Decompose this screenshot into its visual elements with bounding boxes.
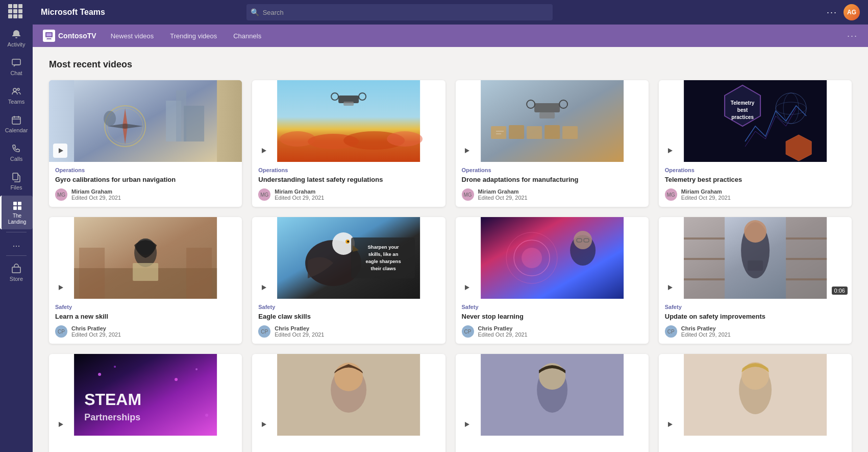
svg-rect-31 bbox=[527, 126, 542, 139]
more-options-button[interactable]: ··· bbox=[827, 7, 837, 18]
author-avatar: CP bbox=[55, 325, 67, 338]
sidebar-item-files[interactable]: Files bbox=[0, 167, 33, 195]
svg-text:STEAM: STEAM bbox=[84, 390, 141, 409]
video-card-gyro[interactable]: Operations Gyro calibrations for urban n… bbox=[49, 80, 242, 207]
video-card-new-skill[interactable]: Safety Learn a new skill CP Chris Pratle… bbox=[49, 217, 242, 344]
svg-rect-51 bbox=[79, 248, 105, 299]
play-button-eagle-claw[interactable] bbox=[256, 280, 270, 295]
chat-icon bbox=[10, 57, 22, 69]
play-button-safety-regs[interactable] bbox=[256, 144, 270, 158]
video-card-person1[interactable] bbox=[252, 354, 445, 452]
play-button-drone-mfg[interactable] bbox=[460, 144, 474, 158]
video-category: Safety bbox=[55, 304, 236, 310]
svg-rect-80 bbox=[786, 237, 827, 240]
sidebar-item-teams[interactable]: Teams bbox=[0, 81, 33, 109]
svg-rect-3 bbox=[12, 117, 20, 124]
sidebar-item-calls[interactable]: Calls bbox=[0, 138, 33, 166]
video-info-telemetry: Operations Telemetry best practices MG M… bbox=[659, 162, 852, 207]
svg-rect-77 bbox=[684, 237, 725, 240]
calls-icon bbox=[10, 142, 22, 155]
video-card-steam[interactable]: STEAM Partnerships bbox=[49, 354, 242, 452]
author-name: Miriam Graham bbox=[478, 188, 528, 195]
svg-rect-28 bbox=[481, 80, 624, 162]
author-name: Chris Pratley bbox=[478, 325, 528, 331]
svg-rect-29 bbox=[491, 126, 506, 139]
edited-date: Edited Oct 29, 2021 bbox=[478, 331, 528, 338]
author-info: Miriam Graham Edited Oct 29, 2021 bbox=[478, 188, 528, 201]
search-input[interactable] bbox=[246, 4, 553, 20]
play-button-gyro[interactable] bbox=[53, 144, 67, 158]
sidebar-divider bbox=[6, 232, 27, 232]
play-button-person3[interactable] bbox=[663, 417, 677, 432]
play-button-person1[interactable] bbox=[256, 417, 270, 432]
svg-point-89 bbox=[175, 378, 178, 381]
video-card-person3[interactable] bbox=[659, 354, 852, 452]
video-card-never-stop[interactable]: Safety Never stop learning CP Chris Prat… bbox=[456, 217, 649, 344]
sidebar-item-store[interactable]: Store bbox=[0, 258, 33, 286]
svg-text:their claws: their claws bbox=[371, 266, 396, 271]
author-avatar: MG bbox=[665, 188, 677, 201]
author-name: Miriam Graham bbox=[275, 188, 324, 195]
video-card-person2[interactable] bbox=[456, 354, 649, 452]
sidebar-item-label: Store bbox=[10, 276, 23, 282]
sidebar-item-chat[interactable]: Chat bbox=[0, 53, 33, 80]
video-thumbnail-telemetry: Telemetry best practices bbox=[659, 80, 852, 162]
video-card-safety-improvements[interactable]: 0:06 Safety Update on safety improvement… bbox=[659, 217, 852, 344]
video-info-safety-improvements: Safety Update on safety improvements CP … bbox=[659, 299, 852, 344]
sidebar-item-the-landing[interactable]: TheLanding bbox=[0, 196, 33, 229]
svg-rect-15 bbox=[184, 106, 204, 141]
video-thumbnail-gyro bbox=[49, 80, 242, 162]
svg-rect-32 bbox=[544, 125, 560, 139]
video-meta: MG Miriam Graham Edited Oct 29, 2021 bbox=[462, 188, 642, 201]
video-card-eagle-claw[interactable]: Sharpen your skills, like an eagle sharp… bbox=[252, 217, 445, 344]
user-avatar[interactable]: AG bbox=[844, 4, 860, 20]
svg-point-23 bbox=[387, 131, 423, 147]
author-name: Miriam Graham bbox=[681, 188, 731, 195]
video-title: Learn a new skill bbox=[55, 312, 236, 321]
top-bar: Microsoft Teams 🔍 ··· AG bbox=[33, 0, 868, 25]
sidebar-divider-2 bbox=[6, 255, 27, 256]
nav-tab-trending[interactable]: Trending videos bbox=[164, 29, 223, 43]
apps-grid-button[interactable] bbox=[8, 4, 24, 20]
video-thumbnail-new-skill bbox=[49, 217, 242, 299]
nav-more-button[interactable]: ··· bbox=[847, 31, 858, 41]
play-button-safety-improvements[interactable] bbox=[663, 280, 677, 295]
edited-date: Edited Oct 29, 2021 bbox=[71, 331, 121, 338]
sidebar-more-button[interactable]: ... bbox=[10, 234, 22, 253]
author-avatar: MG bbox=[462, 188, 474, 201]
nav-tab-channels[interactable]: Channels bbox=[227, 29, 267, 43]
author-info: Chris Pratley Edited Oct 29, 2021 bbox=[71, 325, 121, 338]
play-button-new-skill[interactable] bbox=[53, 280, 67, 295]
author-avatar: CP bbox=[665, 325, 677, 338]
author-info: Chris Pratley Edited Oct 29, 2021 bbox=[275, 325, 324, 338]
video-meta: CP Chris Pratley Edited Oct 29, 2021 bbox=[462, 325, 642, 338]
video-meta: CP Chris Pratley Edited Oct 29, 2021 bbox=[258, 325, 439, 338]
play-button-steam[interactable] bbox=[53, 417, 67, 432]
edited-date: Edited Oct 29, 2021 bbox=[478, 195, 528, 201]
sidebar-item-activity[interactable]: Activity bbox=[0, 24, 33, 52]
video-grid-row3: STEAM Partnerships bbox=[49, 354, 852, 452]
video-card-drone-mfg[interactable]: Operations Drone adaptations for manufac… bbox=[456, 80, 649, 207]
play-button-never-stop[interactable] bbox=[460, 280, 474, 295]
author-info: Chris Pratley Edited Oct 29, 2021 bbox=[478, 325, 528, 338]
video-title: Gyro calibrations for urban navigation bbox=[55, 175, 236, 184]
video-title: Never stop learning bbox=[462, 312, 642, 321]
video-card-safety-regs[interactable]: Operations Understanding latest safety r… bbox=[252, 80, 445, 207]
calendar-icon bbox=[10, 114, 22, 126]
sidebar: Activity Chat Teams bbox=[0, 0, 33, 452]
svg-text:practices: practices bbox=[731, 114, 754, 120]
video-thumbnail-drone-mfg bbox=[456, 80, 649, 162]
video-card-telemetry[interactable]: Telemetry best practices Operations Tele… bbox=[659, 80, 852, 207]
video-title: Drone adaptations for manufacturing bbox=[462, 175, 642, 184]
edited-date: Edited Oct 29, 2021 bbox=[275, 331, 324, 338]
nav-logo[interactable]: ContosoTV bbox=[43, 30, 96, 42]
video-thumbnail-safety-regs bbox=[252, 80, 445, 162]
svg-text:Partnerships: Partnerships bbox=[84, 412, 140, 422]
play-button-person2[interactable] bbox=[460, 417, 474, 432]
video-category: Safety bbox=[462, 304, 642, 310]
nav-logo-icon bbox=[43, 30, 55, 42]
sidebar-item-calendar[interactable]: Calendar bbox=[0, 110, 33, 137]
video-info-person2 bbox=[456, 436, 649, 452]
nav-tab-newest[interactable]: Newest videos bbox=[105, 29, 160, 43]
play-button-telemetry[interactable] bbox=[663, 144, 677, 158]
